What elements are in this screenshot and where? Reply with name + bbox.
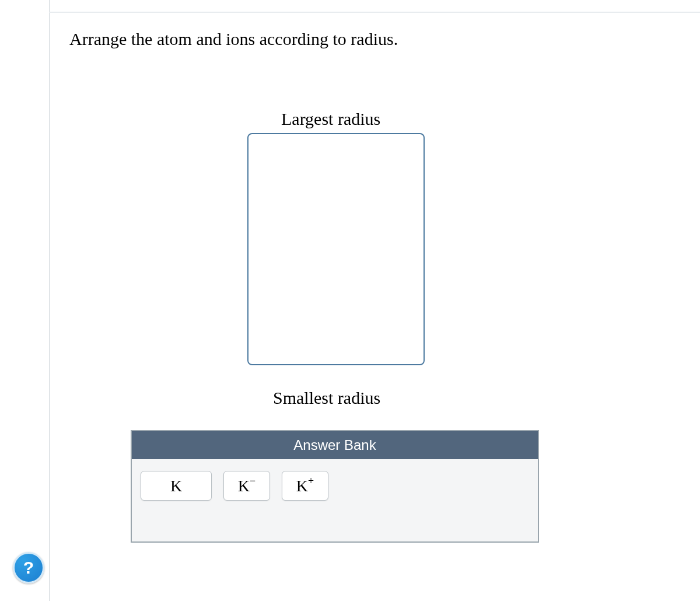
tile-base: K xyxy=(170,477,182,495)
tile-k-plus[interactable]: K+ xyxy=(282,471,328,501)
tile-k-minus[interactable]: K− xyxy=(223,471,270,501)
largest-radius-label: Largest radius xyxy=(281,109,380,129)
tile-k[interactable]: K xyxy=(141,471,212,501)
content-top-divider xyxy=(49,0,700,13)
tile-charge: + xyxy=(308,475,314,487)
smallest-radius-label: Smallest radius xyxy=(273,388,380,408)
answer-bank-body: K K− K+ xyxy=(132,459,538,541)
answer-bank-header: Answer Bank xyxy=(132,431,538,459)
content-area: Arrange the atom and ions according to r… xyxy=(49,0,700,601)
tile-base: K xyxy=(296,477,308,495)
tile-base: K xyxy=(238,477,250,495)
tile-charge: − xyxy=(250,475,256,487)
left-sidebar-strip xyxy=(0,0,50,601)
help-button[interactable]: ? xyxy=(13,552,44,583)
answer-bank: Answer Bank K K− K+ xyxy=(131,430,539,543)
help-icon: ? xyxy=(23,558,34,578)
question-prompt: Arrange the atom and ions according to r… xyxy=(69,29,398,49)
ranking-dropzone[interactable] xyxy=(247,133,425,365)
